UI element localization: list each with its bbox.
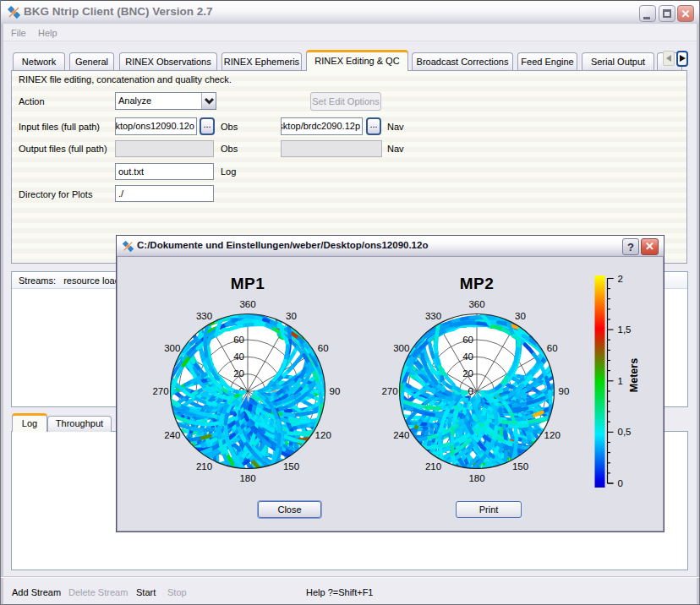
svg-text:30: 30	[515, 311, 526, 321]
svg-text:150: 150	[283, 461, 299, 471]
svg-text:300: 300	[164, 343, 180, 353]
svg-text:40: 40	[462, 352, 473, 362]
svg-text:2: 2	[618, 274, 623, 284]
svg-text:270: 270	[152, 386, 168, 396]
svg-text:210: 210	[196, 461, 212, 471]
svg-text:60: 60	[462, 335, 473, 345]
svg-text:90: 90	[330, 386, 341, 396]
svg-text:Meters: Meters	[628, 358, 640, 392]
svg-text:40: 40	[233, 352, 244, 362]
svg-text:20: 20	[233, 368, 244, 379]
svg-text:0: 0	[618, 478, 623, 488]
svg-text:360: 360	[239, 299, 255, 309]
svg-text:240: 240	[393, 430, 409, 440]
svg-text:60: 60	[318, 343, 329, 353]
svg-text:240: 240	[164, 430, 180, 440]
svg-text:60: 60	[547, 343, 558, 353]
svg-text:360: 360	[468, 299, 484, 309]
svg-text:330: 330	[196, 311, 212, 321]
svg-text:180: 180	[468, 473, 484, 483]
svg-text:330: 330	[425, 311, 441, 321]
svg-text:MP2: MP2	[460, 275, 495, 292]
svg-text:MP1: MP1	[231, 275, 265, 292]
svg-text:1,5: 1,5	[618, 324, 632, 335]
svg-text:0: 0	[468, 386, 473, 396]
svg-text:270: 270	[381, 386, 397, 396]
svg-text:300: 300	[393, 343, 409, 353]
svg-text:90: 90	[559, 386, 570, 396]
svg-text:180: 180	[239, 473, 255, 483]
svg-text:210: 210	[425, 461, 441, 471]
svg-text:20: 20	[462, 368, 473, 379]
svg-text:60: 60	[233, 335, 244, 345]
svg-text:0,5: 0,5	[618, 427, 632, 437]
svg-text:120: 120	[544, 430, 561, 440]
svg-text:120: 120	[315, 430, 331, 440]
svg-text:30: 30	[286, 311, 297, 321]
svg-text:1: 1	[618, 376, 623, 386]
svg-text:150: 150	[512, 461, 528, 471]
